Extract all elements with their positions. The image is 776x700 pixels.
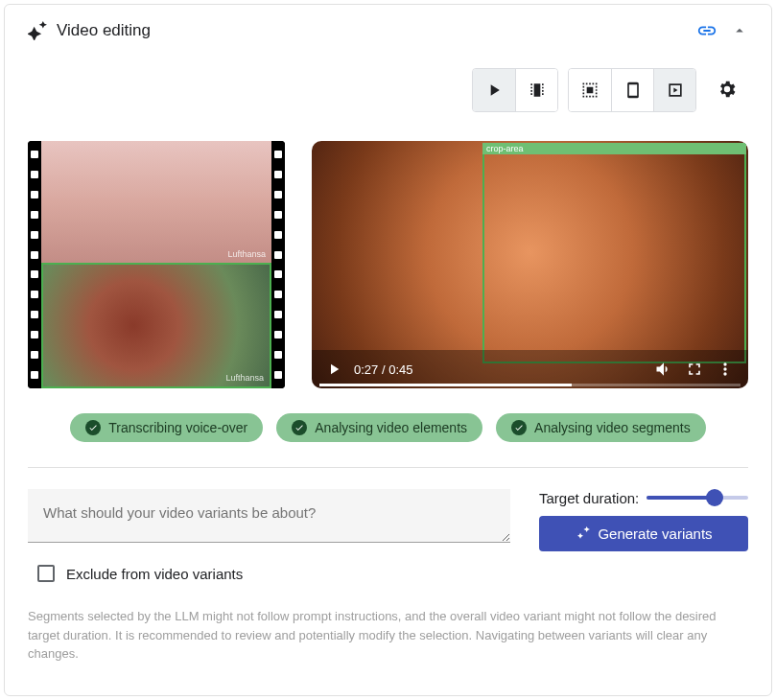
header-left: Video editing bbox=[28, 21, 151, 40]
header-right bbox=[696, 20, 748, 41]
film-strip-button[interactable] bbox=[515, 69, 557, 111]
check-icon bbox=[292, 420, 307, 435]
mobile-button[interactable] bbox=[611, 69, 653, 111]
generate-variants-button[interactable]: Generate variants bbox=[539, 516, 748, 551]
film-holes-left bbox=[28, 141, 41, 388]
status-chip: Analysing video elements bbox=[276, 413, 482, 442]
divider bbox=[28, 467, 748, 468]
gear-button[interactable] bbox=[706, 68, 748, 110]
status-chip: Transcribing voice-over bbox=[70, 413, 263, 442]
slider-thumb[interactable] bbox=[706, 489, 723, 506]
card-header: Video editing bbox=[5, 5, 771, 49]
form-row: Target duration: Generate variants bbox=[5, 476, 771, 551]
exclude-label: Exclude from video variants bbox=[66, 566, 243, 582]
target-duration-row: Target duration: bbox=[539, 489, 748, 506]
preview-box-button[interactable] bbox=[653, 69, 695, 111]
form-right-col: Target duration: Generate variants bbox=[539, 489, 748, 551]
film-holes-right bbox=[271, 141, 285, 388]
crop-area-overlay[interactable]: crop-area bbox=[482, 143, 746, 363]
chevron-up-icon[interactable] bbox=[731, 22, 748, 39]
sparkle-icon bbox=[28, 21, 47, 40]
check-icon bbox=[85, 420, 101, 435]
volume-icon[interactable] bbox=[654, 360, 673, 379]
variants-prompt-input[interactable] bbox=[28, 489, 510, 543]
chip-label: Transcribing voice-over bbox=[108, 420, 247, 435]
layout-group bbox=[568, 68, 696, 112]
film-frame-selected[interactable]: Lufthansa bbox=[41, 263, 271, 388]
video-controls: 0:27 / 0:45 bbox=[312, 350, 748, 388]
video-preview[interactable]: crop-area 0:27 / 0:45 bbox=[312, 141, 748, 388]
video-progress-bar[interactable] bbox=[319, 384, 741, 386]
disclaimer-text: Segments selected by the LLM might not f… bbox=[5, 582, 771, 664]
video-progress-fill bbox=[319, 384, 572, 386]
target-duration-label: Target duration: bbox=[539, 490, 639, 506]
target-duration-slider[interactable] bbox=[647, 489, 748, 506]
frame-brand-label: Lufthansa bbox=[227, 249, 266, 259]
exclude-checkbox[interactable] bbox=[37, 565, 55, 582]
more-vert-icon[interactable] bbox=[716, 360, 735, 379]
film-strip[interactable]: Lufthansa Lufthansa bbox=[28, 141, 285, 388]
toolbar bbox=[5, 49, 771, 122]
generate-variants-label: Generate variants bbox=[598, 525, 712, 542]
chip-label: Analysing video elements bbox=[315, 420, 467, 435]
preview-row: Lufthansa Lufthansa crop-area 0:27 / 0:4… bbox=[5, 122, 771, 388]
magic-wand-icon bbox=[575, 526, 590, 542]
fullscreen-icon[interactable] bbox=[685, 360, 704, 379]
playback-group bbox=[472, 68, 558, 112]
select-all-button[interactable] bbox=[569, 69, 611, 111]
check-icon bbox=[511, 420, 527, 435]
video-editing-card: Video editing bbox=[4, 4, 772, 696]
exclude-row: Exclude from video variants bbox=[5, 551, 771, 582]
card-title: Video editing bbox=[57, 21, 151, 40]
status-chip: Analysing video segments bbox=[496, 413, 706, 442]
play-button[interactable] bbox=[473, 69, 515, 111]
frame-brand-label: Lufthansa bbox=[225, 373, 264, 383]
status-chips: Transcribing voice-over Analysing video … bbox=[5, 388, 771, 459]
chip-label: Analysing video segments bbox=[534, 420, 691, 435]
video-play-icon[interactable] bbox=[325, 361, 342, 378]
film-frames: Lufthansa Lufthansa bbox=[41, 141, 271, 388]
link-icon[interactable] bbox=[696, 20, 717, 41]
crop-area-label: crop-area bbox=[482, 143, 746, 154]
film-frame[interactable]: Lufthansa bbox=[41, 141, 271, 263]
textarea-wrap bbox=[28, 489, 510, 547]
video-time: 0:27 / 0:45 bbox=[354, 362, 412, 377]
